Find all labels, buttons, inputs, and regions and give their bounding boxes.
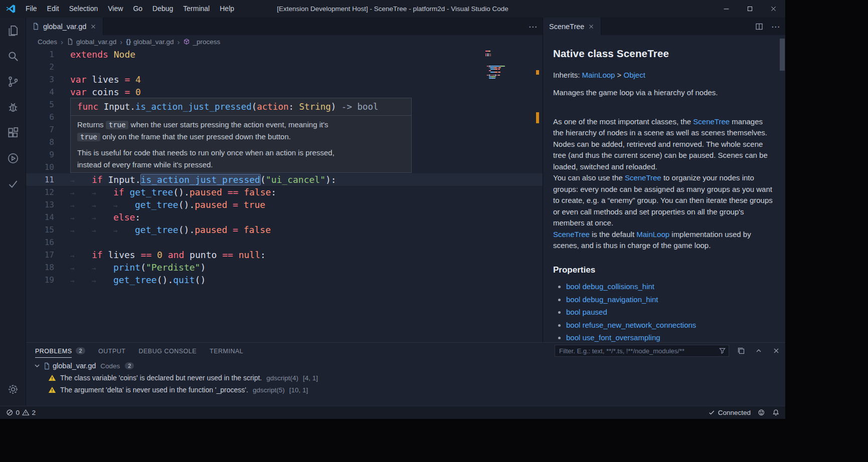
activity-settings[interactable] — [0, 376, 26, 402]
code-line-3[interactable]: 3var lives = 4 — [26, 73, 543, 86]
property-name-link[interactable]: refuse_new_network_connections — [583, 321, 697, 329]
vscode-window: FileEditSelectionViewGoDebugTerminalHelp… — [0, 0, 785, 419]
godot-connection-status[interactable]: Connected — [708, 409, 751, 416]
doc-link[interactable]: SceneTree — [625, 173, 661, 182]
doc-link[interactable]: SceneTree — [553, 230, 590, 239]
panel-tabs: PROBLEMS2OUTPUTDEBUG CONSOLETERMINAL — [35, 343, 243, 359]
docs-tabbar: SceneTree ⋯ — [543, 18, 785, 35]
code-line-2[interactable]: 2 — [26, 61, 543, 73]
activity-source-control[interactable] — [0, 69, 26, 94]
breadcrumb-item[interactable]: {}global_var.gd — [126, 38, 173, 46]
view-mode-icon[interactable] — [737, 347, 745, 355]
filter-icon[interactable] — [719, 347, 726, 354]
doc-link[interactable]: Object — [624, 71, 645, 79]
activity-extensions[interactable] — [0, 120, 26, 145]
group-count-badge: 2 — [125, 362, 134, 369]
code-line-18[interactable]: 18→→print("Perdiste") — [26, 261, 543, 274]
panel-tab-problems[interactable]: PROBLEMS2 — [35, 343, 85, 359]
tab-label: SceneTree — [549, 23, 584, 31]
property-type-link[interactable]: bool — [566, 282, 580, 291]
close-panel-icon[interactable] — [772, 347, 780, 355]
doc-link[interactable]: MainLoop — [582, 71, 615, 79]
menu-help[interactable]: Help — [215, 0, 239, 18]
tab-scenetree[interactable]: SceneTree — [543, 18, 601, 35]
menu-go[interactable]: Go — [128, 0, 147, 18]
property-type-link[interactable]: bool — [566, 295, 580, 304]
code-line-19[interactable]: 19→→get_tree().quit() — [26, 274, 543, 286]
property-type-link[interactable]: bool — [566, 333, 580, 342]
editor-group-code: global_var.gd ⋯ Codes›global_var.gd›{}gl… — [26, 18, 543, 342]
editor-tabbar: global_var.gd ⋯ — [26, 18, 543, 35]
line-number: 9 — [26, 150, 54, 159]
tab-close-icon[interactable] — [90, 23, 97, 30]
menu-edit[interactable]: Edit — [42, 0, 64, 18]
property-name-link[interactable]: paused — [583, 308, 607, 316]
code-line-4[interactable]: 4var coins = 0 — [26, 86, 543, 98]
problems-status[interactable]: 0 2 — [6, 409, 36, 416]
property-type-link[interactable]: bool — [566, 308, 580, 316]
breadcrumb-separator: › — [120, 38, 122, 46]
problems-filter-input[interactable] — [555, 345, 729, 357]
problem-row[interactable]: The argument 'delta' is never used in th… — [26, 384, 785, 396]
notifications-button[interactable] — [772, 409, 780, 416]
line-number: 17 — [26, 250, 54, 260]
breadcrumb-item[interactable]: global_var.gd — [67, 38, 116, 46]
property-name-link[interactable]: debug_navigation_hint — [583, 295, 658, 304]
menu-debug[interactable]: Debug — [147, 0, 178, 18]
code-line-17[interactable]: 17→if lives == 0 and punto == null: — [26, 249, 543, 261]
problem-row[interactable]: The class variable 'coins' is declared b… — [26, 372, 785, 384]
activity-explorer[interactable] — [0, 18, 26, 43]
property-type-link[interactable]: bool — [566, 321, 580, 329]
problems-group-row[interactable]: global_var.gdCodes2 — [26, 360, 785, 372]
activity-testing[interactable] — [0, 171, 26, 196]
tooltip-body: Returns true when the user starts pressi… — [77, 119, 405, 171]
minimize-button[interactable] — [715, 0, 738, 18]
activity-godot-run[interactable] — [0, 145, 26, 171]
code-line-11[interactable]: 11→if Input.is_action_just_pressed("ui_c… — [26, 173, 543, 186]
problems-list: global_var.gdCodes2The class variable 'c… — [26, 359, 785, 396]
doc-link[interactable]: SceneTree — [693, 117, 730, 126]
breadcrumb-item[interactable]: _process — [183, 38, 220, 46]
docs-scrollbar[interactable] — [780, 36, 785, 342]
scrollbar-thumb[interactable] — [780, 39, 785, 71]
error-icon — [6, 409, 14, 416]
code-line-12[interactable]: 12→→if get_tree().paused == false: — [26, 186, 543, 198]
code-line-16[interactable]: 16 — [26, 236, 543, 249]
close-window-button[interactable] — [762, 0, 785, 18]
docs-properties-list: bool debug_collisions_hintbool debug_nav… — [553, 282, 773, 342]
maximize-button[interactable] — [738, 0, 762, 18]
menu-view[interactable]: View — [103, 0, 128, 18]
panel-tab-terminal[interactable]: TERMINAL — [210, 343, 243, 359]
bottom-panel: PROBLEMS2OUTPUTDEBUG CONSOLETERMINAL glo… — [26, 342, 785, 406]
code-line-13[interactable]: 13→→→get_tree().paused = true — [26, 198, 543, 211]
tab-close-icon[interactable] — [588, 23, 595, 30]
panel-tab-output[interactable]: OUTPUT — [98, 343, 125, 359]
feedback-button[interactable] — [758, 409, 765, 416]
panel-tab-debug-console[interactable]: DEBUG CONSOLE — [138, 343, 197, 359]
panel-header: PROBLEMS2OUTPUTDEBUG CONSOLETERMINAL — [26, 343, 785, 359]
property-name-link[interactable]: use_font_oversampling — [583, 333, 660, 342]
doc-link[interactable]: MainLoop — [636, 230, 669, 239]
more-actions-icon[interactable]: ⋯ — [529, 22, 538, 32]
more-actions-icon[interactable]: ⋯ — [771, 22, 780, 32]
breadcrumb-separator: › — [177, 38, 180, 46]
warning-filled-icon — [48, 386, 56, 394]
split-editor-icon[interactable] — [755, 23, 763, 31]
activity-run-debug[interactable] — [0, 94, 26, 120]
minimap[interactable] — [485, 50, 522, 79]
warning-filled-icon — [48, 374, 56, 382]
breadcrumb-item[interactable]: Codes — [38, 38, 57, 46]
menu-file[interactable]: File — [21, 0, 42, 18]
code-editor[interactable]: 1extends Node23var lives = 44var coins =… — [26, 48, 543, 342]
menu-selection[interactable]: Selection — [64, 0, 103, 18]
tab-global-var-gd[interactable]: global_var.gd — [26, 18, 103, 35]
maximize-panel-icon[interactable] — [755, 347, 763, 355]
menu-terminal[interactable]: Terminal — [178, 0, 215, 18]
code-line-14[interactable]: 14→→else: — [26, 211, 543, 223]
activity-search[interactable] — [0, 43, 26, 69]
code-line-15[interactable]: 15→→→get_tree().paused = false — [26, 223, 543, 236]
breadcrumb: Codes›global_var.gd›{}global_var.gd›_pro… — [26, 35, 543, 48]
files-icon — [7, 24, 20, 37]
property-name-link[interactable]: debug_collisions_hint — [583, 282, 654, 291]
code-line-1[interactable]: 1extends Node — [26, 48, 543, 61]
